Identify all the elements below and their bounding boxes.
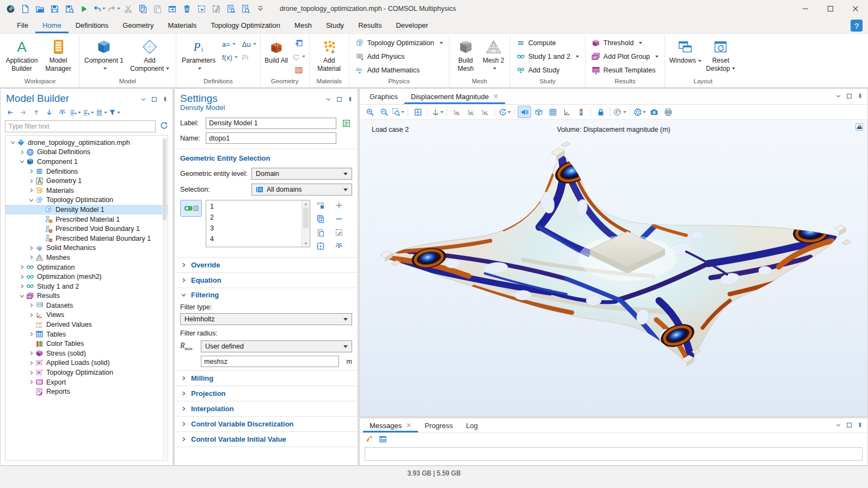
import-geometry-button[interactable] xyxy=(292,37,305,49)
expander-icon[interactable] xyxy=(27,380,35,385)
save-as-button[interactable] xyxy=(62,2,77,15)
view-xy-button[interactable]: xy xyxy=(450,106,464,118)
zoom-out-button[interactable] xyxy=(377,106,391,118)
tree-item-reports[interactable]: Reports xyxy=(5,387,168,396)
selection-select[interactable]: All domains xyxy=(251,184,352,196)
tree-item-topology-optimization[interactable]: *Topology Optimization xyxy=(5,368,168,377)
tree-scrollbar[interactable] xyxy=(162,137,167,459)
tree-columns-button[interactable] xyxy=(95,107,107,118)
tree-item-drone-topology-optimization-mph[interactable]: drone_topology_optimization.mph xyxy=(5,138,168,148)
tab-messages[interactable]: Messages✕ xyxy=(363,418,418,432)
pin-panel-icon[interactable] xyxy=(857,420,863,430)
float-panel-icon[interactable] xyxy=(846,420,852,430)
add-study-button[interactable]: Add Study xyxy=(513,63,582,77)
menu-tab-developer[interactable]: Developer xyxy=(389,17,435,33)
physics-interface-button[interactable]: ?Topology Optimization xyxy=(352,36,446,50)
expander-icon[interactable] xyxy=(27,313,35,318)
grid-button[interactable] xyxy=(546,106,559,118)
tree-item-topology-optimization[interactable]: ?Topology Optimization xyxy=(5,196,168,205)
tree-item-applied-loads-solid[interactable]: *Applied Loads (solid) xyxy=(5,358,168,368)
comsol-logo-button[interactable] xyxy=(3,2,18,15)
copy-selection-button[interactable] xyxy=(314,213,327,224)
clear-selection-small-button[interactable] xyxy=(333,227,346,238)
tree-item-solid-mechanics[interactable]: Solid Mechanics xyxy=(5,243,168,253)
selection-list[interactable]: 1234 ▲▼ xyxy=(206,200,310,247)
add-plot-group-button[interactable]: Add Plot Group xyxy=(588,50,662,63)
menu-tab-materials[interactable]: Materials xyxy=(161,17,204,33)
collapse-all-button[interactable] xyxy=(69,107,81,118)
snapshot-button[interactable] xyxy=(647,106,661,118)
reset-desktop-button[interactable]: Reset Desktop xyxy=(703,35,738,72)
expander-icon[interactable] xyxy=(27,370,35,375)
expander-icon[interactable] xyxy=(9,140,17,145)
move-up-button[interactable] xyxy=(30,107,42,118)
add-mathematics-button[interactable]: ΔuAdd Mathematics xyxy=(352,63,446,77)
label-input[interactable] xyxy=(206,118,336,129)
tab-graphics[interactable]: Graphics xyxy=(363,89,404,104)
tab-progress[interactable]: Progress xyxy=(418,418,459,432)
filter-funnel-button[interactable] xyxy=(108,107,120,118)
undo-button[interactable] xyxy=(91,2,106,15)
section-override[interactable]: Override xyxy=(175,257,358,272)
color-theme-button[interactable] xyxy=(613,106,627,118)
tree-filter-input[interactable] xyxy=(5,120,156,132)
filter-radius-mode-select[interactable]: User defined xyxy=(201,340,352,352)
menu-tab-topology-optimization[interactable]: Topology Optimization xyxy=(204,17,287,33)
copy-button[interactable] xyxy=(136,2,150,15)
toggle-selection-visibility-button[interactable] xyxy=(333,241,346,252)
save-button[interactable] xyxy=(47,2,62,15)
section-milling[interactable]: Milling xyxy=(175,370,358,386)
menu-tab-study[interactable]: Study xyxy=(319,17,351,33)
float-panel-icon[interactable] xyxy=(151,95,157,105)
lock-view-button[interactable] xyxy=(594,106,607,118)
delete-button[interactable] xyxy=(180,2,194,15)
zoom-in-button[interactable] xyxy=(363,106,377,118)
expand-all-button[interactable] xyxy=(82,107,94,118)
nav-forward-button[interactable] xyxy=(17,107,29,118)
section-control-variable-initial-value[interactable]: Control Variable Initial Value xyxy=(175,431,358,447)
functions-button[interactable]: f(x) xyxy=(222,51,238,63)
parameter-case-button[interactable]: Pi xyxy=(242,51,256,63)
expander-icon[interactable] xyxy=(27,255,35,260)
panel-menu-icon[interactable] xyxy=(835,420,841,430)
zoom-box-button[interactable] xyxy=(391,106,405,118)
orientation-axes-button[interactable] xyxy=(560,106,574,118)
study-1-and-2-button[interactable]: Study 1 and 2 xyxy=(513,50,582,63)
result-templates-button[interactable]: Result Templates xyxy=(588,63,662,77)
work-plane-button[interactable] xyxy=(292,64,305,76)
tree-item-color-tables[interactable]: Color Tables xyxy=(5,339,168,349)
expander-icon[interactable] xyxy=(27,179,35,184)
mesh-2-button[interactable]: Mesh 2 xyxy=(480,35,507,72)
close-tab-icon[interactable]: ✕ xyxy=(406,422,411,429)
run-button[interactable] xyxy=(77,2,91,15)
refresh-filter-icon[interactable] xyxy=(159,121,168,132)
search-settings-button[interactable] xyxy=(238,2,253,15)
section-interpolation[interactable]: Interpolation xyxy=(175,401,358,416)
expander-icon[interactable] xyxy=(27,188,35,193)
menu-tab-definitions[interactable]: Definitions xyxy=(69,17,116,33)
section-equation[interactable]: Equation xyxy=(175,272,358,288)
tree-item-geometry-1[interactable]: Geometry 1 xyxy=(5,176,168,186)
help-button[interactable]: ? xyxy=(851,20,863,32)
tab-displacement-magnitude[interactable]: Displacement Magnitude✕ xyxy=(404,89,505,104)
select-box-button[interactable] xyxy=(194,2,209,15)
expander-icon[interactable] xyxy=(27,246,35,251)
add-physics-button[interactable]: Add Physics xyxy=(352,50,446,63)
build-mesh-button[interactable]: Build Mesh xyxy=(452,35,479,72)
panel-menu-icon[interactable] xyxy=(140,95,146,105)
filter-type-select[interactable]: Helmholtz xyxy=(180,313,352,325)
add-material-button[interactable]: Add Material xyxy=(312,35,346,72)
tree-item-prescribed-material-1[interactable]: Prescribed Material 1 xyxy=(5,215,168,224)
menu-tab-home[interactable]: Home xyxy=(35,17,69,33)
tree-item-derived-values[interactable]: 8.85e-12Derived Values xyxy=(5,320,168,330)
section-control-variable-discretization[interactable]: Control Variable Discretization xyxy=(175,416,358,431)
selection-item[interactable]: 2 xyxy=(210,212,298,223)
toolbar-overflow-button[interactable] xyxy=(253,2,268,15)
zoom-to-selection-button[interactable] xyxy=(314,241,327,252)
selection-item[interactable]: 1 xyxy=(210,201,298,212)
render-label-icon[interactable] xyxy=(340,117,352,129)
float-panel-icon[interactable] xyxy=(846,91,852,101)
expander-icon[interactable] xyxy=(18,150,26,155)
menu-tab-file[interactable]: File xyxy=(10,17,35,33)
parameters-button[interactable]: Pi Parameters xyxy=(179,35,218,72)
